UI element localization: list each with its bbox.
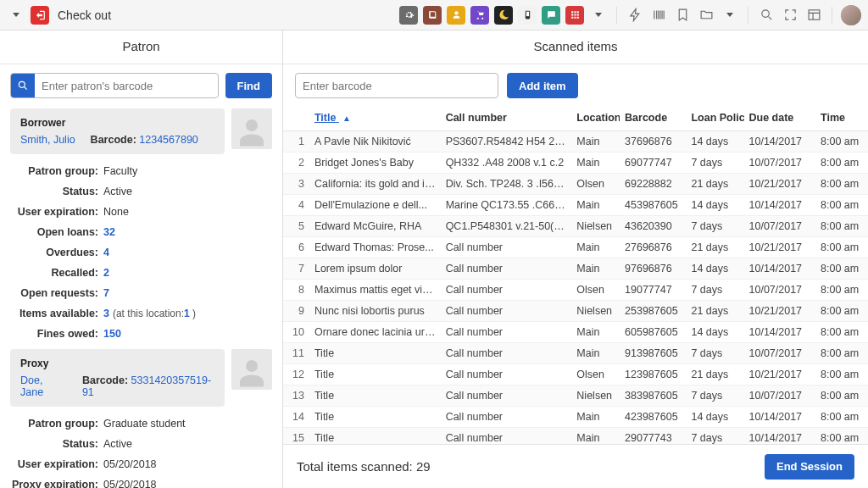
kv-key: Proxy expiration: [10, 479, 98, 488]
table-row[interactable]: 12TitleCall numberOlsen12398760521 days1… [283, 364, 868, 385]
col-loan-policy[interactable]: Loan Policy [686, 105, 743, 131]
borrower-barcode-link[interactable]: 1234567890 [139, 134, 198, 146]
col-time[interactable]: Time [815, 105, 868, 131]
grid-icon [570, 9, 581, 20]
cell-title: Title [309, 407, 441, 428]
table-row[interactable]: 9Nunc nisi lobortis purusCall numberNiel… [283, 301, 868, 322]
app-square-settings[interactable] [399, 6, 418, 25]
bookmark-button[interactable] [673, 6, 692, 25]
kv-value[interactable]: 7 [103, 287, 109, 299]
col-title[interactable]: Title ▲ [309, 105, 441, 131]
fullscreen-button[interactable] [781, 6, 799, 25]
kv-value[interactable]: 3 [103, 308, 109, 319]
cell-due: 10/07/2017 [744, 216, 816, 237]
app-square-orders[interactable] [470, 6, 489, 25]
table-row[interactable]: 7Lorem ipsum dolorCall numberMain9769687… [283, 258, 868, 280]
cell-barcode: 29077743 [620, 428, 686, 445]
app-square-eholdings[interactable] [494, 6, 513, 25]
table-row[interactable]: 3California: its gold and its...Div. Sch… [283, 174, 868, 195]
app-square-checkin[interactable] [518, 6, 537, 25]
table-row[interactable]: 14TitleCall numberMain42398760514 days10… [283, 407, 868, 428]
table-row[interactable]: 4Dell'Emulazione e dell...Marine QC173.5… [283, 195, 868, 216]
fullscreen-icon [783, 8, 798, 22]
cell-time: 8:00 am [815, 280, 868, 301]
item-barcode-input[interactable] [296, 80, 498, 92]
cell-index: 8 [283, 280, 309, 301]
app-square-more[interactable] [565, 6, 584, 25]
folder-button[interactable] [697, 6, 715, 25]
kv-value[interactable]: 2 [103, 267, 109, 279]
col-call-number[interactable]: Call number [441, 105, 572, 131]
table-row[interactable]: 10Ornare donec lacinia urnaCall numberMa… [283, 322, 868, 343]
cell-due: 10/07/2017 [744, 152, 816, 174]
kv-patron_group: Patron group:Faculty [10, 161, 272, 181]
app-chooser-dropdown[interactable] [7, 6, 25, 25]
table-row[interactable]: 15TitleCall numberMain290777437 days10/1… [283, 428, 868, 445]
cell-due: 10/07/2017 [744, 385, 816, 407]
proxy-name-link[interactable]: Doe, Jane [20, 374, 67, 398]
cell-call: Call number [441, 385, 572, 407]
table-row[interactable]: 1A Pavle Nik NikitovićPS3607.R54842 H54 … [283, 131, 868, 152]
kv-overdues: Overdues:4 [10, 242, 272, 263]
table-row[interactable]: 2Bridget Jones's BabyQH332 .A48 2008 v.1… [283, 152, 868, 174]
person-silhouette-icon [234, 354, 270, 390]
col-barcode[interactable]: Barcode [620, 105, 686, 131]
search-button[interactable] [757, 6, 776, 25]
cell-call: Call number [441, 343, 572, 364]
table-row[interactable]: 11TitleCall numberMain9139876057 days10/… [283, 343, 868, 364]
cell-barcode: 453987605 [620, 195, 686, 216]
svg-point-4 [19, 81, 25, 87]
borrower-barcode-label: Barcode: [91, 134, 136, 146]
kv-value[interactable]: 150 [103, 328, 121, 340]
app-icon-checkout[interactable] [31, 6, 49, 25]
cell-index: 14 [283, 407, 309, 428]
cell-due: 10/21/2017 [744, 174, 816, 195]
kv-value: Active [103, 438, 132, 450]
layout-button[interactable] [804, 6, 823, 25]
lightning-button[interactable] [626, 6, 644, 25]
folder-dropdown[interactable] [721, 6, 739, 25]
cell-policy: 21 days [686, 301, 743, 322]
cell-time: 8:00 am [815, 131, 868, 152]
cell-due: 10/14/2017 [744, 428, 816, 445]
item-barcode-search[interactable] [295, 73, 498, 98]
barcode-button[interactable] [649, 6, 668, 25]
cell-title: Dell'Emulazione e dell... [309, 195, 441, 216]
kv-value[interactable]: 32 [103, 226, 115, 238]
table-header-row: Title ▲ Call number Location Barcode Loa… [283, 105, 868, 131]
borrower-name-link[interactable]: Smith, Julio [20, 134, 75, 146]
cell-index: 7 [283, 258, 309, 280]
end-session-button[interactable]: End Session [765, 454, 854, 480]
cell-title: Title [309, 343, 441, 364]
app-list-dropdown[interactable] [589, 6, 608, 25]
table-row[interactable]: 5Edward McGuire, RHAQC1.P548301 v.21-50(… [283, 216, 868, 237]
add-item-button[interactable]: Add item [507, 73, 578, 98]
kv-key: User expiration: [10, 206, 98, 218]
cell-title: Lorem ipsum dolor [309, 258, 441, 280]
svg-rect-1 [526, 12, 528, 16]
find-button[interactable]: Find [225, 73, 272, 98]
kv-paren-value[interactable]: 1 [184, 308, 190, 319]
scanned-items-footer: Total items scanned: 29 End Session [283, 444, 868, 488]
cell-index: 12 [283, 364, 309, 385]
table-row[interactable]: 8Maximus mattis eget vitaeCall numberOls… [283, 280, 868, 301]
cell-title: Title [309, 428, 441, 445]
bookmark-icon [676, 8, 690, 22]
col-due-date[interactable]: Due date [744, 105, 816, 131]
user-avatar[interactable] [841, 5, 861, 25]
kv-user_expiration: User expiration:None [10, 202, 272, 222]
cell-call: Call number [441, 301, 572, 322]
app-square-users[interactable] [447, 6, 465, 25]
patron-barcode-input[interactable] [35, 80, 218, 92]
patron-barcode-search[interactable] [10, 73, 219, 98]
kv-value: Graduate student [103, 418, 186, 430]
cell-location: Main [571, 428, 620, 445]
table-row[interactable]: 6Edward Thomas: Prose...Call numberMain2… [283, 237, 868, 258]
table-row[interactable]: 13TitleCall numberNielsen3839876057 days… [283, 385, 868, 407]
svg-rect-3 [809, 10, 820, 19]
app-square-inventory[interactable] [423, 6, 442, 25]
cell-barcode: 69077747 [620, 152, 686, 174]
kv-value[interactable]: 4 [103, 247, 109, 258]
app-square-requests[interactable] [542, 6, 560, 25]
col-location[interactable]: Location [571, 105, 620, 131]
